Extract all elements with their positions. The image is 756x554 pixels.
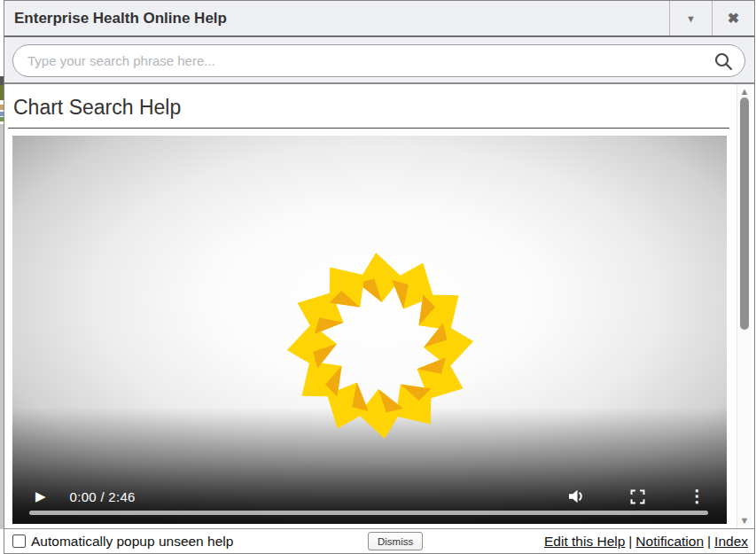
- popup-unseen-help-checkbox[interactable]: [12, 534, 26, 548]
- play-button-icon[interactable]: ▶: [35, 488, 46, 504]
- close-icon: ✖: [728, 10, 739, 27]
- dismiss-button[interactable]: Dismiss: [368, 532, 423, 550]
- video-progress-bar[interactable]: [29, 511, 708, 515]
- volume-icon[interactable]: [566, 486, 588, 507]
- video-controls: ▶ 0:00 / 2:46 ⋮: [12, 483, 727, 510]
- search-pill: [12, 44, 745, 77]
- title-bar: Enterprise Health Online Help ▼ ✖: [4, 1, 754, 37]
- link-separator: |: [707, 534, 711, 549]
- footer-links: Edit this Help|Notification|Index: [544, 534, 754, 550]
- popup-unseen-help-label: Automatically popup unseen help: [31, 534, 233, 550]
- enterprise-health-logo: [284, 250, 476, 441]
- edit-this-help-link[interactable]: Edit this Help: [544, 534, 625, 549]
- dialog-title: Enterprise Health Online Help: [4, 1, 669, 35]
- scroll-down-icon[interactable]: ▼: [737, 515, 752, 527]
- page-title: Chart Search Help: [13, 96, 754, 120]
- scrollbar-thumb[interactable]: [740, 98, 749, 330]
- close-button[interactable]: ✖: [712, 1, 754, 35]
- index-link[interactable]: Index: [714, 534, 748, 549]
- vertical-scrollbar[interactable]: ▲ ▼: [737, 84, 752, 528]
- dropdown-button[interactable]: ▼: [669, 1, 712, 35]
- more-options-icon[interactable]: ⋮: [689, 488, 705, 505]
- video-time-display: 0:00 / 2:46: [70, 489, 136, 504]
- scroll-up-icon[interactable]: ▲: [737, 86, 752, 98]
- notification-link[interactable]: Notification: [635, 534, 704, 549]
- chevron-down-icon: ▼: [686, 13, 696, 24]
- help-content: Chart Search Help ▶ 0:00 / 2:46 ⋮: [4, 84, 754, 528]
- fullscreen-icon[interactable]: [628, 488, 647, 506]
- search-icon[interactable]: [713, 51, 734, 72]
- video-player[interactable]: ▶ 0:00 / 2:46 ⋮: [12, 136, 727, 524]
- search-bar-row: [4, 37, 754, 84]
- link-separator: |: [628, 534, 632, 549]
- heading-divider: [8, 128, 729, 129]
- help-dialog: Enterprise Health Online Help ▼ ✖ Chart …: [4, 0, 755, 554]
- dialog-footer: Automatically popup unseen help Dismiss …: [4, 528, 754, 553]
- search-input[interactable]: [27, 53, 713, 68]
